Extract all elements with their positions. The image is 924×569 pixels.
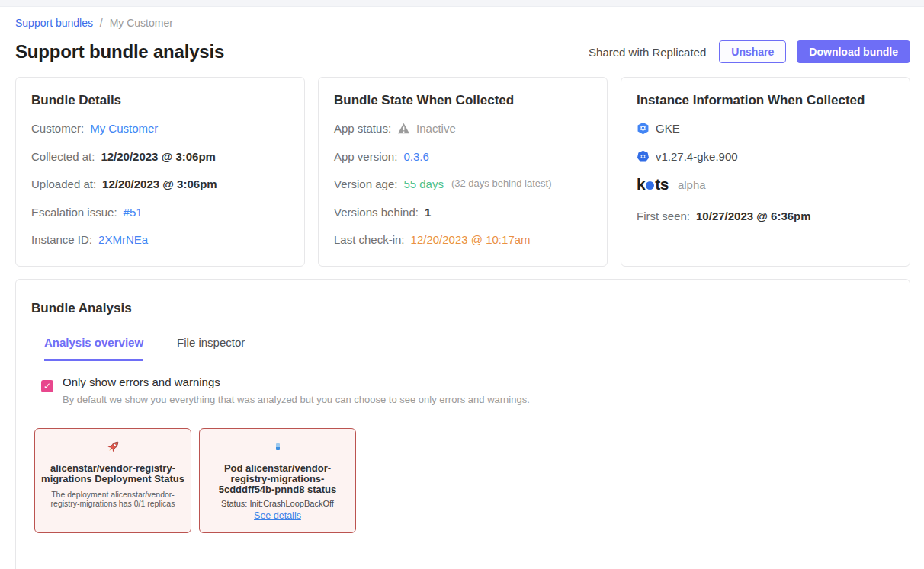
instance-id-link[interactable]: 2XMrNEa	[98, 232, 148, 248]
bundle-state-title: Bundle State When Collected	[334, 93, 592, 108]
page-header: Support bundle analysis Shared with Repl…	[15, 40, 910, 63]
download-bundle-button[interactable]: Download bundle	[797, 40, 910, 63]
bundle-state-card: Bundle State When Collected App status: …	[318, 77, 608, 267]
analysis-card-pod-status[interactable]: Pod alicenstar/vendor-registry-migration…	[199, 428, 356, 534]
pod-icon	[206, 438, 349, 456]
versions-behind-row: Versions behind: 1	[334, 205, 592, 220]
uploaded-at-value: 12/20/2023 @ 3:06pm	[102, 177, 217, 192]
breadcrumb-current: My Customer	[110, 17, 173, 29]
shared-status-label: Shared with Replicated	[589, 46, 706, 59]
analysis-card-title: Pod alicenstar/vendor-registry-migration…	[206, 463, 349, 496]
tab-analysis-overview[interactable]: Analysis overview	[44, 336, 143, 361]
bundle-analysis-card: Bundle Analysis Analysis overview File i…	[15, 279, 910, 569]
kots-logo: kts	[637, 175, 669, 193]
instance-id-row: Instance ID: 2XMrNEa	[31, 232, 289, 248]
last-checkin-row: Last check-in: 12/20/2023 @ 10:17am	[334, 232, 592, 248]
first-seen-row: First seen: 10/27/2023 @ 6:36pm	[637, 209, 894, 224]
distribution-row: GKE	[637, 121, 894, 136]
escalation-issue-link[interactable]: #51	[124, 205, 143, 220]
rocket-icon	[41, 438, 184, 456]
app-version-label: App version:	[334, 149, 397, 165]
escalation-issue-row: Escalation issue: #51	[31, 205, 289, 220]
filter-description: By default we show you everything that w…	[63, 394, 530, 405]
analysis-card-title: alicenstar/vendor-registry-migrations De…	[41, 463, 184, 485]
customer-row: Customer: My Customer	[31, 121, 289, 136]
kubernetes-icon	[637, 150, 650, 163]
analysis-results: alicenstar/vendor-registry-migrations De…	[34, 428, 894, 534]
app-status-value: Inactive	[416, 121, 456, 136]
app-version-row: App version: 0.3.6	[334, 149, 592, 165]
bundle-details-title: Bundle Details	[31, 93, 289, 108]
version-age-label: Version age:	[334, 177, 397, 192]
collected-at-label: Collected at:	[31, 149, 95, 165]
analysis-card-deployment-status[interactable]: alicenstar/vendor-registry-migrations De…	[34, 428, 191, 534]
kots-logo-dot	[646, 181, 654, 190]
see-details-link[interactable]: See details	[254, 510, 301, 521]
only-errors-checkbox[interactable]: ✓	[41, 380, 53, 392]
instance-info-card: Instance Information When Collected GKE …	[621, 77, 910, 267]
kots-channel-label: alpha	[678, 178, 706, 191]
breadcrumb-separator: /	[100, 17, 103, 29]
kots-row: kts alpha	[637, 175, 894, 193]
header-actions: Shared with Replicated Unshare Download …	[589, 40, 910, 63]
gke-icon	[637, 122, 650, 135]
app-status-row: App status: Inactive	[334, 121, 592, 136]
info-cards-row: Bundle Details Customer: My Customer Col…	[15, 77, 910, 267]
collected-at-row: Collected at: 12/20/2023 @ 3:06pm	[31, 149, 289, 165]
last-checkin-value: 12/20/2023 @ 10:17am	[411, 232, 531, 248]
filter-label[interactable]: Only show errors and warnings	[63, 376, 530, 388]
breadcrumb: Support bundles / My Customer	[15, 17, 910, 29]
k8s-version-value: v1.27.4-gke.900	[656, 149, 738, 165]
last-checkin-label: Last check-in:	[334, 232, 405, 248]
instance-info-title: Instance Information When Collected	[637, 93, 894, 108]
support-bundle-analysis-page: Support bundles / My Customer Support bu…	[0, 17, 924, 569]
version-age-value: 55 days	[403, 177, 444, 192]
analysis-tabs: Analysis overview File inspector	[31, 336, 894, 360]
analysis-card-description: The deployment alicenstar/vendor-registr…	[41, 490, 184, 508]
breadcrumb-link-support-bundles[interactable]: Support bundles	[15, 17, 93, 29]
filter-row: ✓ Only show errors and warnings By defau…	[41, 376, 894, 405]
first-seen-label: First seen:	[637, 209, 690, 224]
k8s-version-row: v1.27.4-gke.900	[637, 149, 894, 165]
uploaded-at-row: Uploaded at: 12/20/2023 @ 3:06pm	[31, 177, 289, 192]
bundle-analysis-title: Bundle Analysis	[31, 301, 894, 316]
filter-text: Only show errors and warnings By default…	[63, 376, 530, 405]
distribution-value: GKE	[656, 121, 680, 136]
first-seen-value: 10/27/2023 @ 6:36pm	[696, 209, 811, 224]
collected-at-value: 12/20/2023 @ 3:06pm	[101, 149, 216, 165]
version-age-note: (32 days behind latest)	[451, 177, 552, 190]
warning-icon	[397, 123, 410, 134]
customer-link[interactable]: My Customer	[90, 121, 158, 136]
escalation-issue-label: Escalation issue:	[31, 205, 117, 220]
versions-behind-value: 1	[425, 205, 431, 220]
versions-behind-label: Versions behind:	[334, 205, 419, 220]
uploaded-at-label: Uploaded at:	[31, 177, 96, 192]
app-status-label: App status:	[334, 121, 391, 136]
customer-label: Customer:	[31, 121, 84, 136]
unshare-button[interactable]: Unshare	[719, 40, 786, 63]
version-age-row: Version age: 55 days (32 days behind lat…	[334, 177, 592, 192]
app-version-link[interactable]: 0.3.6	[403, 149, 428, 165]
bundle-details-card: Bundle Details Customer: My Customer Col…	[15, 77, 305, 267]
top-strip	[0, 0, 924, 7]
instance-id-label: Instance ID:	[31, 232, 92, 248]
analysis-card-status: Status: Init:CrashLoopBackOff	[206, 499, 349, 508]
tab-file-inspector[interactable]: File inspector	[177, 336, 245, 361]
page-title: Support bundle analysis	[15, 41, 224, 62]
